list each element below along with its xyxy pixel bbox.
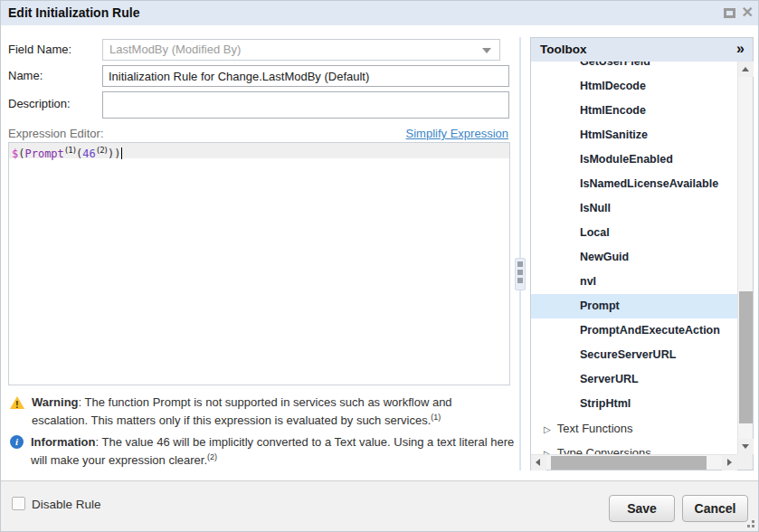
- toolbox-vertical-scrollbar[interactable]: [737, 62, 753, 454]
- scroll-right-button[interactable]: [722, 455, 737, 470]
- warning-message: Warning: The function Prompt is not supp…: [10, 394, 472, 429]
- code-argument: 46: [82, 147, 95, 160]
- toolbox-item-secureserverurl[interactable]: SecureServerURL: [531, 343, 737, 367]
- warning-icon: [10, 396, 24, 409]
- field-name-label: Field Name:: [8, 43, 71, 56]
- code-annotation-2: (2): [96, 146, 108, 155]
- code-function: Prompt: [24, 147, 63, 160]
- toolbox-group-text-functions[interactable]: ▷Text Functions: [531, 416, 737, 441]
- scroll-left-button[interactable]: [531, 455, 546, 470]
- code-paren: )): [108, 147, 120, 160]
- info-icon: i: [10, 435, 24, 449]
- toolbox-item-newguid[interactable]: NewGuid: [531, 245, 737, 270]
- simplify-expression-link[interactable]: Simplify Expression: [406, 127, 508, 140]
- edit-initialization-rule-dialog: Edit Initialization Rule ✕ Field Name: L…: [0, 0, 759, 532]
- chevron-down-icon: [482, 48, 491, 53]
- information-text: Information: The value 46 will be implic…: [31, 433, 528, 469]
- collapse-panel-icon[interactable]: »: [736, 41, 745, 57]
- toolbox-title: Toolbox: [540, 43, 587, 56]
- expression-editor-label: Expression Editor:: [8, 127, 104, 140]
- pane-splitter[interactable]: [517, 37, 525, 470]
- name-input[interactable]: [102, 65, 509, 87]
- toolbox-list: GetUserField HtmlDecode HtmlEncode HtmlS…: [531, 62, 737, 454]
- expression-editor[interactable]: $(Prompt(1)(46(2))): [8, 142, 510, 385]
- expression-code-line: $(Prompt(1)(46(2))): [9, 143, 509, 158]
- toolbox-item-ismoduleenabled[interactable]: IsModuleEnabled: [531, 147, 737, 172]
- dialog-footer: Disable Rule Save Cancel: [1, 480, 758, 531]
- toolbox-item-isnamedlicenseavailable[interactable]: IsNamedLicenseAvailable: [531, 172, 737, 196]
- toolbox-header: Toolbox »: [531, 38, 753, 62]
- code-annotation-1: (1): [64, 146, 76, 155]
- toolbox-item-promptandexecuteaction[interactable]: PromptAndExecuteAction: [531, 318, 737, 343]
- disable-rule-checkbox[interactable]: [12, 497, 25, 510]
- warning-text: Warning: The function Prompt is not supp…: [32, 394, 472, 429]
- toolbox-item-getuserfield[interactable]: GetUserField: [531, 62, 737, 74]
- text-cursor: [121, 147, 122, 159]
- tree-expander-icon[interactable]: ▷: [544, 442, 551, 454]
- scroll-down-button[interactable]: [738, 439, 754, 454]
- save-button[interactable]: Save: [609, 495, 675, 522]
- disable-rule-label: Disable Rule: [32, 498, 101, 511]
- dialog-title: Edit Initialization Rule: [8, 5, 139, 20]
- toolbox-item-prompt[interactable]: Prompt: [531, 294, 737, 318]
- tree-expander-icon[interactable]: ▷: [544, 417, 551, 442]
- field-name-value: LastModBy (Modified By): [109, 43, 241, 56]
- toolbox-horizontal-scrollbar[interactable]: [531, 454, 737, 470]
- cancel-button[interactable]: Cancel: [682, 495, 748, 522]
- toolbox-item-isnull[interactable]: IsNull: [531, 196, 737, 221]
- close-icon[interactable]: ✕: [742, 3, 754, 23]
- maximize-icon[interactable]: [724, 8, 735, 18]
- field-name-select[interactable]: LastModBy (Modified By): [102, 39, 500, 61]
- vertical-scrollbar-thumb[interactable]: [739, 291, 753, 423]
- description-input[interactable]: [102, 91, 509, 119]
- information-message: i Information: The value 46 will be impl…: [10, 433, 528, 469]
- name-label: Name:: [8, 69, 43, 82]
- splitter-grip-icon[interactable]: [515, 258, 526, 290]
- splitter-line: [519, 37, 521, 470]
- toolbox-group-clipped[interactable]: ▷Type Conversions: [531, 441, 737, 454]
- toolbox-panel: Toolbox » GetUserField HtmlDecode HtmlEn…: [530, 37, 754, 470]
- toolbox-item-htmlencode[interactable]: HtmlEncode: [531, 99, 737, 123]
- dialog-titlebar: Edit Initialization Rule ✕: [1, 1, 758, 25]
- toolbox-item-serverurl[interactable]: ServerURL: [531, 367, 737, 392]
- resize-grip-icon[interactable]: [752, 525, 754, 527]
- toolbox-item-htmldecode[interactable]: HtmlDecode: [531, 74, 737, 99]
- warning-footnote: (1): [431, 413, 441, 422]
- scroll-up-button[interactable]: [738, 62, 754, 77]
- description-label: Description:: [8, 97, 71, 110]
- horizontal-scrollbar-thumb[interactable]: [551, 456, 707, 470]
- toolbox-item-striphtml[interactable]: StripHtml: [531, 392, 737, 416]
- toolbox-item-local[interactable]: Local: [531, 221, 737, 245]
- information-footnote: (2): [207, 452, 217, 461]
- scrollbar-corner: [737, 454, 753, 470]
- toolbox-item-nvl[interactable]: nvl: [531, 270, 737, 294]
- toolbox-item-htmlsanitize[interactable]: HtmlSanitize: [531, 123, 737, 147]
